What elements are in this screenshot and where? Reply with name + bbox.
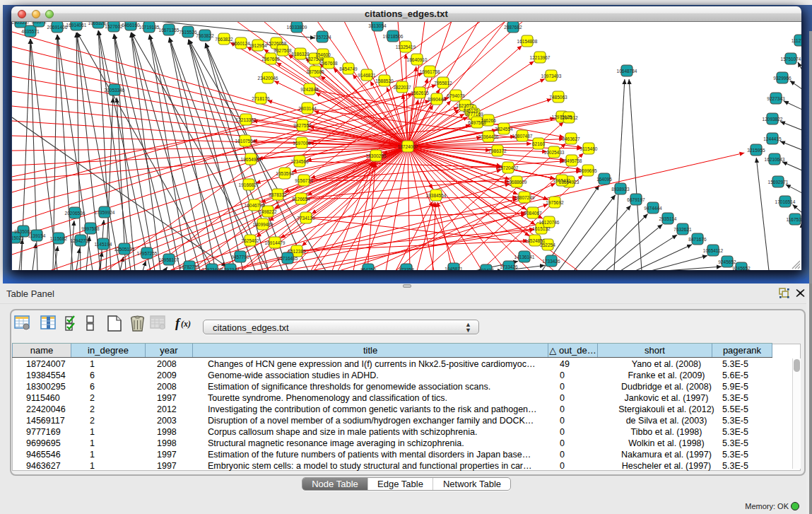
svg-text:1965411: 1965411 [553, 178, 571, 183]
svg-text:2935114: 2935114 [659, 216, 677, 221]
svg-text:7663822: 7663822 [215, 37, 233, 42]
svg-text:9463627: 9463627 [562, 136, 580, 141]
svg-text:10648784: 10648784 [617, 69, 637, 74]
svg-text:8471676: 8471676 [688, 237, 707, 242]
svg-text:9327508: 9327508 [273, 48, 292, 53]
svg-text:3813054: 3813054 [368, 23, 387, 28]
svg-text:17359924: 17359924 [95, 210, 115, 215]
svg-text:8878332: 8878332 [269, 192, 287, 197]
svg-text:7485063: 7485063 [549, 95, 567, 100]
svg-text:9474444: 9474444 [644, 206, 662, 211]
svg-text:1733426: 1733426 [542, 259, 560, 264]
svg-text:17957255: 17957255 [137, 251, 158, 256]
svg-text:7357224: 7357224 [313, 35, 331, 40]
svg-text:16671355: 16671355 [159, 28, 180, 33]
svg-text:9329966: 9329966 [773, 76, 792, 81]
svg-text:10958107: 10958107 [159, 257, 180, 262]
svg-text:16914479: 16914479 [265, 240, 286, 245]
svg-text:3912954: 3912954 [249, 43, 267, 48]
svg-text:16914061: 16914061 [66, 23, 87, 28]
svg-text:1498222: 1498222 [259, 209, 277, 214]
svg-text:3215955: 3215955 [747, 148, 765, 153]
svg-text:17016514: 17016514 [775, 199, 796, 204]
svg-text:9457791: 9457791 [231, 255, 249, 259]
svg-text:9146821: 9146821 [358, 73, 376, 78]
svg-text:1562615: 1562615 [411, 90, 429, 95]
svg-text:2967608: 2967608 [261, 57, 280, 62]
svg-text:6794078: 6794078 [447, 93, 465, 98]
svg-text:16782759: 16782759 [180, 264, 200, 269]
svg-text:1139154: 1139154 [28, 233, 46, 238]
svg-text:8990448: 8990448 [428, 97, 446, 102]
svg-text:9777169: 9777169 [465, 112, 483, 117]
svg-text:12213382: 12213382 [236, 117, 257, 122]
svg-text:23420046: 23420046 [258, 76, 278, 81]
svg-text:6679197: 6679197 [627, 197, 645, 202]
svg-text:8512385: 8512385 [288, 249, 306, 254]
svg-text:15692971: 15692971 [768, 180, 789, 185]
svg-text:7734120: 7734120 [297, 216, 315, 221]
svg-text:12213967: 12213967 [530, 55, 551, 60]
svg-text:18640910: 18640910 [407, 57, 428, 62]
svg-text:1292344: 1292344 [221, 267, 240, 271]
svg-text:2718176: 2718176 [252, 96, 270, 101]
svg-text:15226058: 15226058 [266, 41, 287, 46]
svg-text:12505135: 12505135 [114, 247, 135, 252]
svg-text:9997588: 9997588 [81, 226, 100, 231]
svg-text:f: f [175, 315, 181, 330]
svg-text:15716485: 15716485 [278, 256, 298, 261]
svg-text:3915023: 3915023 [12, 235, 24, 240]
svg-text:10807487: 10807487 [512, 134, 533, 139]
svg-text:7625402: 7625402 [241, 238, 259, 243]
svg-text:8454749: 8454749 [339, 66, 358, 71]
svg-text:746266: 746266 [481, 118, 496, 123]
svg-text:10654112: 10654112 [703, 248, 724, 253]
svg-text:10688609: 10688609 [507, 180, 527, 185]
svg-text:18720407: 18720407 [498, 165, 519, 170]
svg-text:2887682: 2887682 [504, 25, 522, 30]
svg-text:1975692: 1975692 [546, 200, 564, 205]
svg-text:1733426: 1733426 [500, 264, 518, 269]
svg-text:1527602: 1527602 [105, 24, 123, 29]
svg-text:7563822: 7563822 [196, 33, 214, 38]
svg-text:9084067: 9084067 [524, 211, 542, 216]
svg-text:19166827: 19166827 [239, 182, 259, 187]
svg-text:1115682: 1115682 [50, 236, 68, 241]
svg-text:9156734: 9156734 [295, 178, 313, 183]
svg-text:1145194: 1145194 [95, 242, 112, 247]
svg-text:19654983: 19654983 [241, 157, 261, 162]
svg-text:20053346: 20053346 [105, 88, 125, 93]
svg-text:12942737: 12942737 [71, 238, 91, 243]
svg-text:19384554: 19384554 [426, 193, 447, 198]
svg-text:3875685: 3875685 [306, 69, 324, 74]
svg-text:1588520: 1588520 [375, 78, 394, 83]
svg-text:11325419: 11325419 [396, 45, 416, 49]
svg-text:1697008: 1697008 [293, 141, 311, 146]
svg-text:973358: 973358 [399, 267, 414, 271]
svg-text:1615132: 1615132 [532, 226, 551, 231]
svg-text:10973493: 10973493 [541, 74, 562, 78]
svg-text:3822037: 3822037 [393, 85, 411, 90]
svg-text:1903557: 1903557 [12, 22, 30, 25]
svg-text:12093822: 12093822 [763, 117, 783, 122]
svg-text:7515526: 7515526 [179, 30, 197, 35]
svg-text:9115460: 9115460 [580, 146, 598, 151]
svg-text:19218506: 19218506 [383, 34, 404, 39]
svg-text:9660124: 9660124 [232, 41, 250, 46]
svg-text:18300295: 18300295 [366, 153, 387, 158]
svg-text:7632621: 7632621 [673, 227, 692, 232]
svg-text:905572: 905572 [31, 22, 47, 24]
svg-text:18495758: 18495758 [562, 158, 582, 163]
svg-text:4035571: 4035571 [21, 29, 40, 34]
svg-text:9242848: 9242848 [300, 87, 319, 92]
svg-text:16033809: 16033809 [287, 25, 307, 30]
svg-text:9245652: 9245652 [718, 259, 736, 264]
svg-text:20691406: 20691406 [47, 25, 68, 30]
svg-text:6466160: 6466160 [122, 23, 140, 28]
svg-text:3824554: 3824554 [495, 127, 513, 132]
svg-text:(x): (x) [181, 319, 191, 329]
svg-text:964250: 964250 [360, 267, 376, 271]
svg-text:252254: 252254 [540, 243, 555, 247]
svg-text:1045871: 1045871 [445, 267, 463, 271]
svg-text:16961758: 16961758 [420, 69, 440, 74]
